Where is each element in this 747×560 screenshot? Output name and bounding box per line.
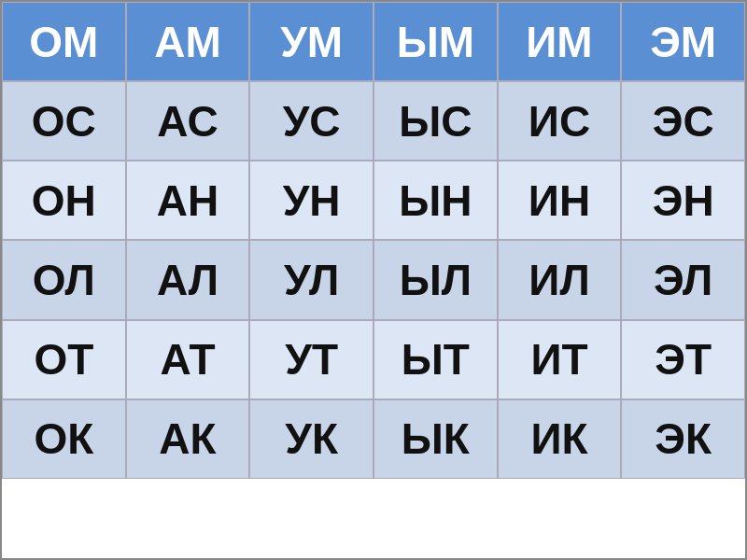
cell-row2-col4: ИЛ: [498, 240, 622, 319]
header-cell-4: ИМ: [498, 2, 622, 81]
cell-row2-col0: ОЛ: [2, 240, 126, 319]
cell-row3-col2: УТ: [249, 320, 374, 399]
cell-row3-col5: ЭТ: [621, 320, 745, 399]
cell-row1-col5: ЭН: [621, 161, 745, 240]
cell-row0-col2: УС: [249, 81, 374, 161]
cell-row4-col2: УК: [249, 399, 374, 479]
cell-row0-col0: ОС: [2, 81, 126, 161]
cell-row3-col4: ИТ: [498, 320, 622, 399]
cell-row2-col2: УЛ: [249, 240, 374, 319]
cell-row1-col3: ЫН: [374, 161, 498, 240]
header-cell-3: ЫМ: [374, 2, 498, 81]
cell-row0-col1: АС: [126, 81, 250, 161]
cell-row4-col3: ЫК: [374, 399, 498, 479]
cell-row0-col3: ЫС: [374, 81, 498, 161]
header-cell-2: УМ: [249, 2, 374, 81]
header-cell-1: АМ: [126, 2, 250, 81]
cell-row1-col4: ИН: [498, 161, 622, 240]
cell-row0-col4: ИС: [498, 81, 622, 161]
cell-row4-col0: ОК: [2, 399, 126, 479]
cell-row1-col2: УН: [249, 161, 374, 240]
cell-row2-col3: ЫЛ: [374, 240, 498, 319]
cell-row2-col1: АЛ: [126, 240, 250, 319]
cell-row3-col1: АТ: [126, 320, 250, 399]
header-cell-5: ЭМ: [621, 2, 745, 81]
cell-row4-col1: АК: [126, 399, 250, 479]
cell-row4-col5: ЭК: [621, 399, 745, 479]
cell-row2-col5: ЭЛ: [621, 240, 745, 319]
cell-row3-col0: ОТ: [2, 320, 126, 399]
syllable-grid: ОМАМУМЫМИМЭМОСАСУСЫСИСЭСОНАНУНЫНИНЭНОЛАЛ…: [0, 0, 747, 560]
cell-row3-col3: ЫТ: [374, 320, 498, 399]
cell-row4-col4: ИК: [498, 399, 622, 479]
cell-row0-col5: ЭС: [621, 81, 745, 161]
header-cell-0: ОМ: [2, 2, 126, 81]
cell-row1-col0: ОН: [2, 161, 126, 240]
cell-row1-col1: АН: [126, 161, 250, 240]
